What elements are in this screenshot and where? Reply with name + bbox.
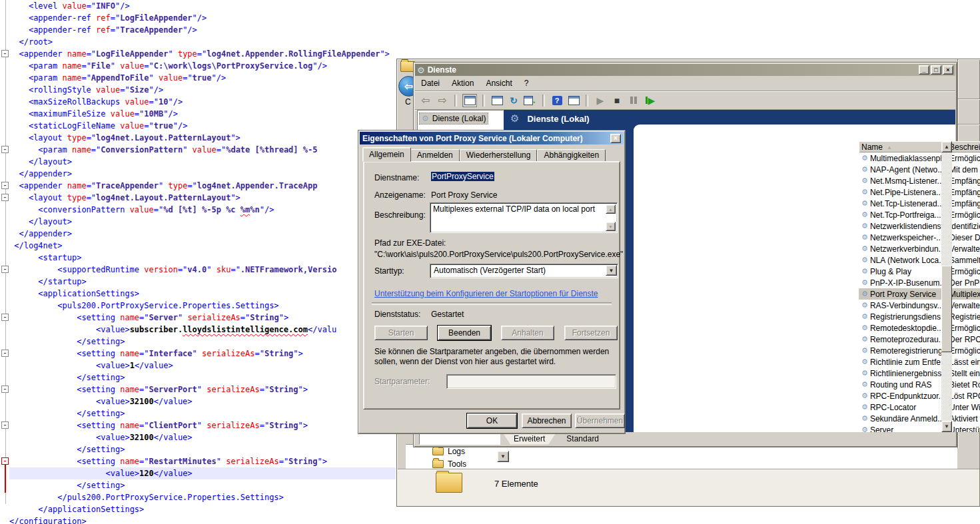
code-line[interactable]: <appender-ref ref="LogFileAppender"/> bbox=[9, 12, 396, 24]
code-line[interactable]: <setting name="ClientPort" serializeAs="… bbox=[9, 419, 396, 431]
code-line[interactable]: </layout> bbox=[9, 156, 396, 168]
view-tab-erweitert[interactable]: Erweitert bbox=[503, 433, 556, 445]
scroll-down-button[interactable]: ▼ bbox=[606, 222, 616, 231]
table-row[interactable]: ⚙PnP-X-IP-Busenum...Der PnP-X-Bu...Deakt… bbox=[859, 277, 980, 288]
table-row[interactable]: ⚙ServerUnterstützt D...GestartetAutomat.… bbox=[859, 424, 980, 432]
code-line[interactable]: <maxSizeRollBackups value="10"/> bbox=[9, 96, 396, 108]
code-line[interactable]: <appender name="TraceAppender" type="log… bbox=[9, 180, 396, 192]
services-title-bar[interactable]: ⚙ Dienste _ □ × bbox=[415, 64, 955, 76]
view-tabs[interactable]: ErweitertStandard bbox=[503, 433, 610, 445]
menu-item-datei[interactable]: Datei bbox=[415, 77, 446, 89]
toolbar[interactable]: ⇦ ⇨ ↻ → ? ▶ ■ ▶ bbox=[415, 91, 955, 110]
table-body[interactable]: ⚙Multimediaklassenpl...Ermöglicht ei...M… bbox=[859, 152, 980, 432]
code-line[interactable]: <maximumFileSize value="10MB"/> bbox=[9, 108, 396, 120]
fold-toggle-icon[interactable]: - bbox=[1, 386, 9, 393]
uebernehmen-button[interactable]: Übernehmen bbox=[575, 413, 625, 428]
code-line[interactable]: <puls200.PortProxyService.Properties.Set… bbox=[9, 300, 396, 312]
code-line[interactable]: <appender-ref ref="TraceAppender"/> bbox=[9, 24, 396, 36]
show-console-tree-button[interactable] bbox=[462, 94, 477, 107]
code-line[interactable]: <setting name="Server" serializeAs="Stri… bbox=[9, 312, 396, 324]
table-row[interactable]: ⚙RPC-Endpunktzuor...Löst RPC-Sch...Gesta… bbox=[859, 390, 980, 401]
code-line[interactable]: <value>32100</value> bbox=[9, 395, 396, 407]
code-line[interactable]: <layout type="log4net.Layout.PatternLayo… bbox=[9, 192, 396, 204]
table-row[interactable]: ⚙Net.Tcp-Portfreiga...Ermöglicht es...Ge… bbox=[859, 209, 980, 220]
starten-button[interactable]: Starten bbox=[374, 326, 428, 340]
code-line[interactable]: </applicationSettings> bbox=[9, 503, 396, 515]
code-line[interactable]: </configuration> bbox=[9, 515, 396, 524]
menu-item-ansicht[interactable]: Ansicht bbox=[480, 77, 518, 89]
minimize-button[interactable]: _ bbox=[919, 65, 929, 75]
beschreibung-textbox[interactable]: Multiplexes external TCP/IP data on loca… bbox=[430, 202, 618, 233]
maximize-button[interactable]: □ bbox=[931, 65, 941, 75]
code-line[interactable]: <staticLogFileName value="true"/> bbox=[9, 120, 396, 132]
abbrechen-button[interactable]: Abbrechen bbox=[522, 413, 572, 428]
table-row[interactable]: ⚙Net.Tcp-Listenerad...Empfängt Akt...Ges… bbox=[859, 198, 980, 209]
table-row[interactable]: ⚙Remotedesktopdie...Ermöglicht Be...Gest… bbox=[859, 322, 980, 334]
scroll-up-button[interactable]: ▲ bbox=[606, 204, 616, 214]
code-line[interactable]: </layout> bbox=[9, 216, 396, 228]
startoptions-help-link[interactable]: Unterstützung beim Konfigurieren der Sta… bbox=[374, 289, 598, 298]
folder-list-item[interactable]: Tools bbox=[406, 457, 957, 469]
scroll-up-button[interactable]: ▲ bbox=[941, 141, 952, 152]
combo-dropdown-button[interactable]: ▼ bbox=[497, 451, 509, 462]
code-line[interactable]: </log4net> bbox=[9, 240, 396, 252]
scroll-down-button[interactable]: ▼ bbox=[941, 421, 952, 432]
table-row[interactable]: ⚙NLA (Network Loca...Sammelt und ...Gest… bbox=[859, 254, 980, 266]
restart-service-button[interactable]: ▶ bbox=[644, 95, 657, 107]
menu-item-[interactable]: ? bbox=[518, 77, 535, 89]
refresh-button[interactable]: ↻ bbox=[507, 95, 520, 107]
code-line[interactable]: </setting> bbox=[9, 479, 396, 491]
table-row[interactable]: ⚙Richtlinienergebniss...Stellt einen N..… bbox=[859, 368, 980, 379]
extended-view-button[interactable] bbox=[567, 95, 580, 107]
dialog-tabs[interactable]: AllgemeinAnmeldenWiederherstellungAbhäng… bbox=[364, 148, 606, 162]
table-row[interactable]: ⚙Netzwerkverbindun...Verwaltet Ob...Gest… bbox=[859, 243, 980, 254]
code-line[interactable]: <value>1</value> bbox=[9, 360, 396, 372]
code-line[interactable]: <param name="AppendToFile" value="true"/… bbox=[9, 72, 396, 84]
start-service-button[interactable]: ▶ bbox=[594, 95, 607, 107]
code-line[interactable]: </puls200.PortProxyService.Properties.Se… bbox=[9, 491, 396, 503]
tab-wiederherstellung[interactable]: Wiederherstellung bbox=[460, 149, 538, 162]
code-line[interactable]: <appender name="LogFileAppender" type="l… bbox=[9, 48, 396, 60]
code-line[interactable]: </setting> bbox=[9, 443, 396, 455]
starttyp-combobox[interactable]: Automatisch (Verzögerter Start) ▼ bbox=[430, 264, 618, 278]
services-table[interactable]: Name▲BeschreibungStatusStarttypAnmelden … bbox=[859, 141, 980, 432]
code-line[interactable]: <layout type="log4net.Layout.PatternLayo… bbox=[9, 132, 396, 144]
code-line[interactable]: <setting name="Interface" serializeAs="S… bbox=[9, 348, 396, 360]
code-line[interactable]: <applicationSettings> bbox=[9, 288, 396, 300]
code-line[interactable]: </appender> bbox=[9, 168, 396, 180]
code-line[interactable]: </root> bbox=[9, 36, 396, 48]
beenden-button[interactable]: Beenden bbox=[438, 326, 491, 340]
table-row[interactable]: ⚙NetzwerklistendienstIdentifiziert d...G… bbox=[859, 220, 980, 232]
fold-toggle-icon[interactable]: - bbox=[1, 194, 9, 201]
table-row[interactable]: ⚙Port Proxy ServiceMultiplexes e...Gesta… bbox=[859, 288, 980, 300]
code-line[interactable]: <value>120</value> bbox=[9, 467, 396, 479]
table-row[interactable]: ⚙Net.Msmq-Listener...Empfängt Akt...Deak… bbox=[859, 175, 980, 186]
anhalten-button[interactable]: Anhalten bbox=[501, 326, 554, 340]
menu-bar[interactable]: DateiAktionAnsicht? bbox=[415, 76, 955, 91]
fold-toggle-icon[interactable]: - bbox=[1, 146, 9, 153]
table-row[interactable]: ⚙Sekundäre Anmeld...Aktiviert das ...Man… bbox=[859, 413, 980, 424]
code-line[interactable]: <setting name="RestartMinutes" serialize… bbox=[9, 455, 396, 467]
code-line[interactable]: <level value="INFO"/> bbox=[9, 0, 396, 12]
scrollbar-thumb[interactable] bbox=[941, 266, 952, 352]
bottom-text-box[interactable] bbox=[419, 433, 500, 445]
code-line[interactable]: </appender> bbox=[9, 228, 396, 240]
menu-item-aktion[interactable]: Aktion bbox=[446, 77, 480, 89]
code-line[interactable]: <value>subscriber.lloydslistintelligence… bbox=[9, 324, 396, 336]
help-button[interactable]: ? bbox=[550, 95, 564, 107]
code-area[interactable]: <level value="INFO"/> <appender-ref ref=… bbox=[9, 0, 396, 524]
fold-toggle-icon[interactable]: - bbox=[1, 421, 9, 429]
forward-button[interactable]: ⇨ bbox=[436, 95, 449, 107]
dialog-title-bar[interactable]: Eigenschaften von Port Proxy Service (Lo… bbox=[360, 132, 624, 144]
fold-toggle-icon[interactable]: - bbox=[1, 50, 9, 57]
table-row[interactable]: ⚙Plug & PlayErmöglicht de...GestartetAut… bbox=[859, 266, 980, 277]
back-button[interactable]: ⇦ bbox=[419, 95, 432, 107]
fold-toggle-icon-active[interactable]: - bbox=[1, 457, 9, 465]
code-line[interactable]: <supportedRuntime version="v4.0" sku=".N… bbox=[9, 264, 396, 276]
table-row[interactable]: ⚙Registrierungsdiens...Registriert di...… bbox=[859, 311, 980, 322]
combo-dropdown-button[interactable]: ▼ bbox=[606, 265, 617, 276]
table-row[interactable]: ⚙Net.Pipe-Listenera...Empfängt Akt...Ges… bbox=[859, 186, 980, 198]
tab-abhngigkeiten[interactable]: Abhängigkeiten bbox=[537, 149, 606, 162]
explorer-file-list[interactable]: LogsTools bbox=[406, 444, 957, 469]
code-line[interactable]: <param name="File" value="C:\work\logs\P… bbox=[9, 60, 396, 72]
